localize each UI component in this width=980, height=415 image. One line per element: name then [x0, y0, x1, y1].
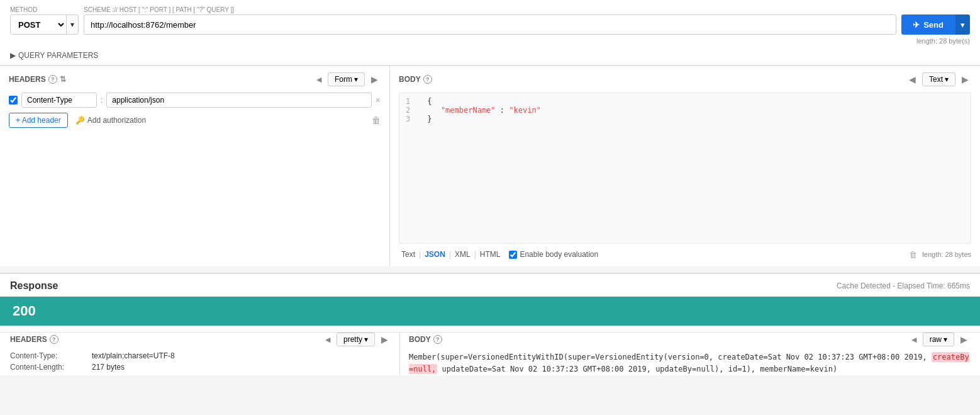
body-text-btn[interactable]: Text ▾: [922, 72, 955, 86]
response-body-after: updateDate=Sat Nov 02 10:37:23 GMT+08:00…: [437, 365, 837, 373]
response-headers-info-icon: ?: [50, 335, 58, 344]
header-value-input[interactable]: [106, 93, 371, 108]
headers-form-btn[interactable]: Form ▾: [328, 72, 365, 86]
response-header-content-length: Content-Length: 217 bytes: [10, 363, 391, 372]
query-params-arrow: ▶: [10, 51, 16, 60]
response-body-before: Member(super=VersionedEntityWithID(super…: [409, 353, 932, 361]
line-number-1: 1: [406, 97, 427, 106]
key-icon: 🔑: [75, 116, 85, 125]
body-info-icon: ?: [423, 75, 432, 84]
headers-collapse-left[interactable]: ◀: [314, 74, 324, 85]
add-authorization-button[interactable]: 🔑 Add authorization: [75, 116, 146, 125]
line-number-2: 2: [406, 106, 427, 115]
body-line-2: "memberName" : "kevin": [427, 106, 964, 115]
method-dropdown-btn[interactable]: ▾: [66, 15, 78, 34]
body-format-html[interactable]: HTML: [477, 249, 503, 260]
header-row: : ×: [9, 93, 381, 108]
header-delete-btn[interactable]: ×: [376, 95, 381, 105]
response-title: Response: [10, 280, 58, 292]
response-body-info-icon: ?: [433, 335, 442, 344]
url-input[interactable]: [84, 14, 896, 35]
response-body-text: Member(super=VersionedEntityWithID(super…: [409, 351, 970, 375]
body-section-title: BODY ?: [399, 75, 432, 84]
method-label: METHOD: [10, 6, 79, 13]
send-dropdown-button[interactable]: ▾: [955, 14, 970, 35]
response-body-collapse[interactable]: ◀: [909, 334, 919, 345]
body-format-json[interactable]: JSON: [422, 249, 448, 260]
body-format-text[interactable]: Text: [399, 249, 418, 260]
enable-eval-group: Enable body evaluation: [509, 250, 598, 259]
response-body-expand[interactable]: ▶: [958, 334, 970, 344]
send-button[interactable]: ✈ Send: [901, 14, 955, 35]
headers-trash-icon[interactable]: 🗑: [372, 115, 381, 125]
headers-sort-icon[interactable]: ⇅: [60, 75, 66, 84]
body-format-xml[interactable]: XML: [452, 249, 473, 260]
enable-eval-checkbox[interactable]: [509, 251, 517, 259]
headers-expand-btn[interactable]: ▶: [369, 74, 381, 84]
body-line-3: }: [427, 115, 964, 123]
scheme-label: SCHEME :// HOST [ ":" PORT ] [ PATH [ "?…: [84, 6, 896, 13]
method-group: POST GET PUT DELETE ▾: [10, 14, 79, 35]
response-headers-expand[interactable]: ▶: [379, 334, 391, 344]
headers-info-icon: ?: [48, 75, 57, 84]
body-delete-icon[interactable]: 🗑: [909, 250, 917, 259]
query-params-label: QUERY PARAMETERS: [18, 51, 98, 60]
add-header-button[interactable]: + Add header: [9, 113, 68, 128]
body-line-1: {: [427, 97, 964, 106]
headers-section-title: HEADERS ? ⇅: [9, 75, 66, 84]
body-expand-btn[interactable]: ▶: [959, 74, 971, 84]
response-header-content-type: Content-Type: text/plain;charset=UTF-8: [10, 351, 391, 360]
header-colon: :: [101, 96, 103, 105]
cache-info: Cache Detected - Elapsed Time: 665ms: [837, 281, 970, 290]
body-collapse-left[interactable]: ◀: [906, 74, 918, 84]
body-editor[interactable]: 1 { 2 "memberName" : "kevin" 3 }: [399, 93, 971, 244]
url-length: length: 28 byte(s): [10, 37, 970, 47]
response-headers-pretty-btn[interactable]: pretty ▾: [337, 333, 375, 346]
enable-eval-label: Enable body evaluation: [520, 250, 598, 259]
body-toolbar: Text | JSON | XML | HTML Enable body eva…: [399, 249, 971, 260]
send-btn-group: ✈ Send ▾: [901, 14, 970, 35]
response-body-title: BODY ?: [409, 335, 442, 344]
line-number-3: 3: [406, 115, 427, 123]
query-params-toggle[interactable]: ▶ QUERY PARAMETERS: [10, 51, 970, 60]
response-headers-title: HEADERS ?: [10, 335, 58, 344]
response-status-bar: 200: [0, 297, 980, 326]
body-length: length: 28 bytes: [922, 251, 971, 258]
response-body-raw-btn[interactable]: raw ▾: [923, 333, 954, 346]
header-key-input[interactable]: [21, 93, 97, 108]
send-icon: ✈: [913, 20, 920, 30]
response-headers-collapse[interactable]: ◀: [323, 334, 333, 345]
header-checkbox[interactable]: [9, 96, 18, 105]
method-select[interactable]: POST GET PUT DELETE: [11, 20, 66, 30]
